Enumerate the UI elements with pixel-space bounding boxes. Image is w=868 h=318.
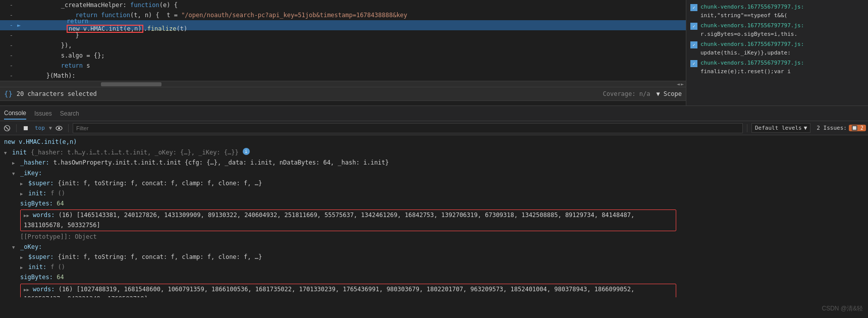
scroll-right-arrow[interactable]: ►: [681, 81, 684, 87]
code-content-4: }: [17, 32, 79, 39]
okey-init-arrow[interactable]: [20, 262, 26, 272]
okey-expand-arrow[interactable]: [12, 242, 18, 252]
ikey-words-value: (16) [1465143381, 240127826, 1431309909,…: [24, 211, 634, 228]
okey-words-container: ▶ words: (16) [1027488319, 1681548600, 1…: [4, 284, 864, 297]
file-item-1: chunk-vendors.1677556797797.js: init,"st…: [686, 2, 868, 21]
status-left: {} 20 characters selected: [4, 90, 97, 98]
issues-badge: 🔲 2: [849, 125, 866, 131]
file-item-4: chunk-vendors.1677556797797.js: finalize…: [686, 58, 868, 77]
eye-icon: [56, 126, 63, 131]
ikey-super-arrow[interactable]: [20, 179, 26, 188]
clear-console-button[interactable]: [2, 123, 12, 133]
init-object-row: init {_hasher: t.h…y.i…t.t.i…t.t.init, _…: [4, 148, 864, 157]
okey-init-value: f (): [50, 262, 65, 272]
tab-console[interactable]: Console: [4, 108, 26, 120]
right-panel: chunk-vendors.1677556797797.js: init,"st…: [686, 0, 868, 105]
init-summary: {_hasher: t.h…y.i…t.t.i…t.t.init, _oKey:…: [31, 148, 239, 157]
okey-words-value: (16) [1027488319, 1681548600, 1060791359…: [24, 286, 634, 297]
ikey-label: _iKey:: [20, 169, 42, 178]
okey-sigbytes-value: 64: [57, 274, 64, 281]
init-expand-arrow[interactable]: [4, 148, 10, 157]
selected-text: 20 characters selected: [17, 90, 97, 97]
ikey-prototype-label: [[Prototype]]: Object: [20, 233, 97, 240]
top-label: top: [33, 125, 47, 131]
tab-issues[interactable]: Issues: [34, 108, 52, 119]
hasher-value: t.hasOwnProperty.init.t.init.t.init {cfg…: [53, 158, 389, 168]
filename-3: chunk-vendors.1677556797797.js:: [700, 41, 804, 47]
toolbar-sep-1: [16, 124, 17, 132]
hasher-row: _hasher: t.hasOwnProperty.init.t.init.t.…: [4, 158, 864, 168]
horizontal-scrollbar[interactable]: ◄ ►: [0, 81, 686, 87]
code-line-5: - }),: [0, 40, 686, 50]
code-content-8: }(Math):: [17, 72, 76, 79]
top-dropdown-arrow[interactable]: ▼: [49, 125, 52, 131]
line-num-1: -: [2, 2, 17, 9]
level-selector[interactable]: Default levels ▼: [751, 123, 810, 133]
tab-search[interactable]: Search: [60, 108, 79, 119]
okey-words-arrow[interactable]: ▶: [24, 287, 29, 292]
okey-init-label: init:: [28, 262, 46, 272]
scroll-thumb[interactable]: [101, 82, 161, 86]
file-checkbox-2[interactable]: [690, 23, 697, 30]
file-checkbox-3[interactable]: [690, 41, 697, 48]
okey-words-red-box: ▶ words: (16) [1027488319, 1681548600, 1…: [20, 284, 676, 297]
scroll-arrows[interactable]: ◄ ►: [677, 81, 684, 87]
ikey-expand-arrow[interactable]: [12, 169, 18, 178]
stop-button[interactable]: [21, 123, 31, 133]
okey-sigbytes-label: sigBytes:: [20, 274, 57, 281]
okey-super-value: {init: f, toString: f, concat: f, clamp:…: [58, 252, 262, 262]
code-line-6: - s.algo = {};: [0, 50, 686, 61]
ikey-super-row: $super: {init: f, toString: f, concat: f…: [4, 179, 864, 188]
ikey-sigbytes-label: sigBytes:: [20, 200, 57, 207]
okey-sigbytes-row: sigBytes: 64: [4, 273, 864, 282]
line-num-4: -: [2, 32, 17, 39]
file-checkbox-1[interactable]: [690, 4, 697, 11]
okey-init-row: init: f (): [4, 262, 864, 272]
ikey-words-label: words:: [33, 211, 55, 219]
code-panel: - _createHmacHelper: function(e) { - ret…: [0, 0, 686, 105]
init-label: init: [12, 148, 27, 157]
ikey-header-row: _iKey:: [4, 169, 864, 178]
file-detail-2: r.sigBytes=o.sigBytes=i,this.: [700, 31, 797, 37]
eye-button[interactable]: [54, 123, 64, 133]
file-text-2: chunk-vendors.1677556797797.js: r.sigByt…: [700, 22, 804, 38]
okey-super-arrow[interactable]: [20, 252, 26, 262]
coverage-text: Coverage: n/a: [603, 90, 650, 97]
arrow-left: ►: [17, 22, 21, 29]
okey-words-label: words:: [33, 286, 55, 293]
issues-text: 2 Issues:: [817, 125, 847, 131]
info-icon[interactable]: i: [243, 148, 250, 155]
line-num-3: -: [2, 22, 17, 29]
svg-point-4: [58, 127, 60, 129]
code-scroll-area: - _createHmacHelper: function(e) { - ret…: [0, 0, 686, 81]
console-expression-line: new v.HMAC.init(e,n): [4, 137, 864, 147]
okey-super-row: $super: {init: f, toString: f, concat: f…: [4, 252, 864, 262]
svg-line-1: [6, 127, 9, 130]
ikey-words-arrow[interactable]: ▶: [24, 213, 29, 218]
file-detail-1: init,"string"==typeof t&&(: [700, 12, 787, 19]
ikey-init-label: init:: [28, 189, 46, 198]
toolbar-sep-3: [747, 124, 747, 132]
filename-4: chunk-vendors.1677556797797.js:: [700, 60, 804, 66]
ikey-prototype-row: [[Prototype]]: Object: [4, 232, 864, 242]
finalize-call: finalize: [147, 25, 177, 32]
file-text-1: chunk-vendors.1677556797797.js: init,"st…: [700, 3, 804, 20]
scroll-left-arrow[interactable]: ◄: [677, 81, 680, 87]
file-text-4: chunk-vendors.1677556797797.js: finalize…: [700, 59, 804, 76]
file-detail-3: update(this._iKey)},update:: [700, 49, 791, 56]
stop-icon: [23, 125, 29, 131]
toolbar-sep-2: [68, 124, 69, 132]
ikey-sigbytes-row: sigBytes: 64: [4, 199, 864, 208]
curly-icon: {}: [4, 90, 13, 98]
hasher-expand-arrow[interactable]: [12, 158, 18, 168]
ikey-sigbytes-value: 64: [57, 200, 64, 207]
console-toolbar: top ▼ Default levels ▼ 2 Issues: 🔲 2: [0, 121, 868, 135]
file-item-3: chunk-vendors.1677556797797.js: update(t…: [686, 39, 868, 58]
file-checkbox-4[interactable]: [690, 60, 697, 67]
hasher-label: _hasher:: [20, 158, 49, 168]
line-num-7: -: [2, 62, 17, 69]
file-text-3: chunk-vendors.1677556797797.js: update(t…: [700, 40, 804, 57]
filter-input[interactable]: [73, 123, 743, 133]
ikey-init-arrow[interactable]: [20, 189, 26, 198]
line-num-6: -: [2, 52, 17, 59]
